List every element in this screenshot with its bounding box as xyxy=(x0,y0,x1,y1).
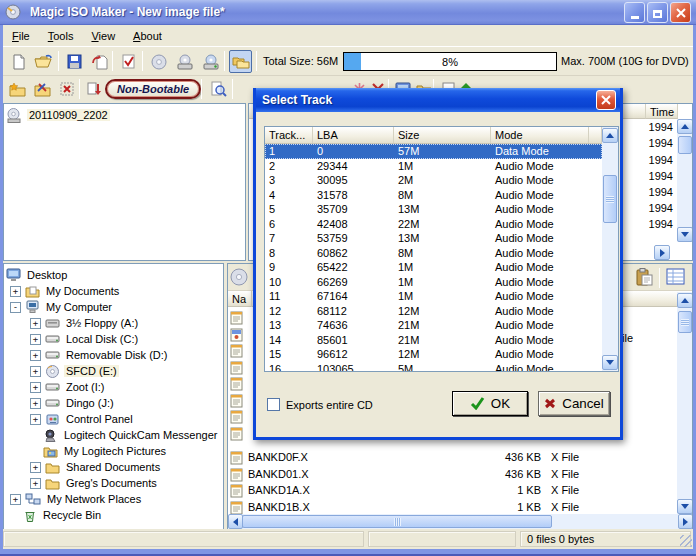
track-row[interactable]: 4315788MAudio Mode xyxy=(265,188,602,203)
delete-button[interactable] xyxy=(56,78,78,100)
titlebar[interactable]: Magic ISO Maker - New image file* xyxy=(0,0,696,25)
dialog-close-button[interactable] xyxy=(596,90,616,110)
track-row[interactable]: 3300952MAudio Mode xyxy=(265,173,602,188)
ok-button[interactable]: OK xyxy=(452,391,528,416)
name-column-header[interactable]: Na xyxy=(228,291,252,307)
collapse-icon[interactable]: - xyxy=(10,302,21,313)
tree-item-recycle-bin[interactable]: Recycle Bin xyxy=(4,507,223,523)
tree-item-sfcd-e[interactable]: + SFCD (E:) xyxy=(4,363,223,379)
time-column-header[interactable]: Time xyxy=(645,104,678,119)
tree-item-floppy-a[interactable]: + 3½ Floppy (A:) xyxy=(4,315,223,331)
file-row[interactable]: BANKD01.X 436 KB X File xyxy=(228,467,678,483)
folder-properties-button[interactable] xyxy=(31,78,53,100)
track-row[interactable]: 9654221MAudio Mode xyxy=(265,260,602,275)
expand-icon[interactable]: + xyxy=(30,462,41,473)
track-row[interactable]: 126811212MAudio Mode xyxy=(265,304,602,319)
scroll-down-button[interactable] xyxy=(677,227,693,242)
explorer-tree-panel[interactable]: Desktop + My Documents - My Computer + 3… xyxy=(3,263,224,530)
tree-item-my-documents[interactable]: + My Documents xyxy=(4,283,223,299)
make-cd-button[interactable] xyxy=(147,50,170,73)
close-button[interactable] xyxy=(670,2,691,23)
extract-cd-button[interactable] xyxy=(199,50,222,73)
dialog-titlebar[interactable]: Select Track xyxy=(256,88,620,112)
scroll-thumb[interactable] xyxy=(678,311,692,333)
track-row[interactable]: 64240822MAudio Mode xyxy=(265,217,602,232)
tree-item-shared-documents[interactable]: + Shared Documents xyxy=(4,459,223,475)
track-row[interactable]: 137463621MAudio Mode xyxy=(265,318,602,333)
menu-about[interactable]: About xyxy=(124,27,171,45)
scroll-up-button[interactable] xyxy=(677,293,693,308)
scroll-down-button[interactable] xyxy=(602,355,618,370)
vertical-scrollbar[interactable] xyxy=(677,119,693,242)
folders-view-button[interactable] xyxy=(229,50,252,73)
tree-item-my-network-places[interactable]: + My Network Places xyxy=(4,491,223,507)
tree-item-local-disk-c[interactable]: + Local Disk (C:) xyxy=(4,331,223,347)
track-list[interactable]: Track... LBA Size Mode 1057MData Mode 22… xyxy=(264,126,619,372)
scroll-left-button[interactable] xyxy=(228,514,243,529)
save-button[interactable] xyxy=(63,50,86,73)
scroll-thumb[interactable] xyxy=(678,136,692,154)
maximize-button[interactable] xyxy=(647,2,668,23)
menu-view[interactable]: View xyxy=(82,27,124,45)
image-content-panel[interactable]: 20110909_2202 xyxy=(3,103,246,261)
tree-item-control-panel[interactable]: + Control Panel xyxy=(4,411,223,427)
tree-item-gregs-documents[interactable]: + Greg's Documents xyxy=(4,475,223,491)
open-image-button[interactable] xyxy=(32,50,55,73)
track-row[interactable]: 10662691MAudio Mode xyxy=(265,275,602,290)
menu-tools[interactable]: Tools xyxy=(39,27,83,45)
expand-icon[interactable]: + xyxy=(30,398,41,409)
scroll-thumb[interactable] xyxy=(242,515,552,528)
track-row[interactable]: 159661212MAudio Mode xyxy=(265,347,602,362)
expand-icon[interactable]: + xyxy=(30,350,41,361)
track-row[interactable]: 53570913MAudio Mode xyxy=(265,202,602,217)
expand-icon[interactable]: + xyxy=(10,494,21,505)
track-row[interactable]: 75375913MAudio Mode xyxy=(265,231,602,246)
vertical-scrollbar[interactable] xyxy=(677,292,693,515)
scroll-up-button[interactable] xyxy=(677,119,693,134)
verify-button[interactable] xyxy=(117,50,140,73)
track-row[interactable]: 148560121MAudio Mode xyxy=(265,333,602,348)
mode-column-header[interactable]: Mode xyxy=(491,127,589,143)
expand-icon[interactable]: + xyxy=(10,286,21,297)
expand-icon[interactable]: + xyxy=(30,382,41,393)
track-row[interactable]: 11671641MAudio Mode xyxy=(265,289,602,304)
tree-item-removable-disk-d[interactable]: + Removable Disk (D:) xyxy=(4,347,223,363)
track-row[interactable]: 161030655MAudio Mode xyxy=(265,362,602,373)
track-row[interactable]: 2293441MAudio Mode xyxy=(265,159,602,174)
scroll-up-button[interactable] xyxy=(602,128,618,143)
import-button[interactable] xyxy=(83,78,105,100)
minimize-button[interactable] xyxy=(624,2,645,23)
scroll-right-button[interactable] xyxy=(678,514,693,529)
horizontal-scrollbar[interactable] xyxy=(228,514,693,529)
tree-item-zoot-i[interactable]: + Zoot (I:) xyxy=(4,379,223,395)
search-button[interactable] xyxy=(207,78,229,100)
scroll-thumb[interactable] xyxy=(603,175,617,223)
track-row-selected[interactable]: 1057MData Mode xyxy=(265,144,602,159)
track-column-header[interactable]: Track... xyxy=(265,127,313,143)
size-column-header[interactable]: Size xyxy=(394,127,491,143)
scroll-right-button[interactable] xyxy=(654,245,670,260)
new-folder-button[interactable] xyxy=(6,78,28,100)
expand-icon[interactable]: + xyxy=(30,478,41,489)
expand-icon[interactable]: + xyxy=(30,414,41,425)
image-root-item[interactable]: 20110909_2202 xyxy=(4,107,245,123)
exports-entire-cd-checkbox[interactable] xyxy=(267,398,280,411)
file-row[interactable]: BANKD1A.X 1 KB X File xyxy=(228,483,678,499)
resize-grip[interactable] xyxy=(680,535,692,547)
details-view-button[interactable] xyxy=(666,268,685,285)
dialog-vertical-scrollbar[interactable] xyxy=(602,127,618,371)
paste-button[interactable] xyxy=(634,267,654,287)
expand-icon[interactable]: + xyxy=(30,318,41,329)
save-as-button[interactable] xyxy=(88,50,111,73)
scroll-down-button[interactable] xyxy=(677,499,693,514)
expand-icon[interactable]: + xyxy=(30,366,41,377)
new-image-button[interactable] xyxy=(7,50,30,73)
file-row[interactable]: BANKD0F.X 436 KB X File xyxy=(228,450,678,466)
expand-icon[interactable]: + xyxy=(30,334,41,345)
tree-item-logitech-quickcam[interactable]: Logitech QuickCam Messenger xyxy=(4,427,223,443)
tree-item-my-computer[interactable]: - My Computer xyxy=(4,299,223,315)
tree-item-desktop[interactable]: Desktop xyxy=(4,267,223,283)
tree-item-dingo-j[interactable]: + Dingo (J:) xyxy=(4,395,223,411)
menu-file[interactable]: File xyxy=(3,27,39,45)
cancel-button[interactable]: Cancel xyxy=(538,391,610,416)
